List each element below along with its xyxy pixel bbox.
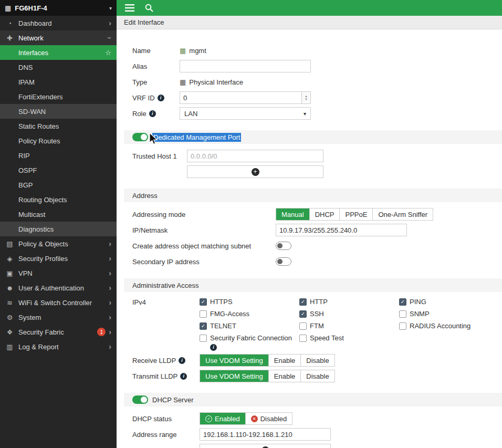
transmit-lldp-enable[interactable]: Enable — [269, 370, 301, 382]
sidebar-item-ipam[interactable]: IPAM — [0, 75, 117, 89]
transmit-lldp-disable[interactable]: Disable — [301, 370, 334, 382]
secondary-ip-row: Secondary IP address — [132, 255, 502, 268]
sidebar-item-label: Log & Report — [18, 343, 59, 351]
sidebar-item-fortiextenders[interactable]: FortiExtenders — [0, 89, 117, 104]
alias-input[interactable] — [180, 60, 311, 72]
addressing-mode-one-arm-sniffer[interactable]: One-Arm Sniffer — [373, 209, 433, 220]
ipv4-label: IPv4 — [132, 298, 146, 306]
transmit-lldp-vdom[interactable]: Use VDOM Setting — [200, 370, 269, 382]
sidebar-item-multicast[interactable]: Multicast — [0, 207, 117, 222]
menu-icon[interactable] — [125, 4, 134, 12]
addressing-mode-pppoe[interactable]: PPPoE — [340, 209, 373, 220]
sidebar-item-policy-objects[interactable]: ▤ Policy & Objects › — [0, 236, 117, 251]
ftm-checkbox[interactable] — [299, 322, 307, 330]
info-icon[interactable]: i — [180, 373, 187, 380]
checkbox-row-security-fabric-connection: Security Fabric Connection i — [200, 334, 299, 351]
security-fabric-connection-checkbox[interactable] — [200, 335, 207, 342]
check-icon: ✓ — [301, 310, 305, 318]
dhcp-status-enabled[interactable]: ✓ Enabled — [200, 413, 246, 424]
sidebar-item-rip[interactable]: RIP — [0, 148, 117, 163]
sidebar-item-label: Security Profiles — [18, 255, 68, 263]
dhcp-server-toggle[interactable] — [132, 395, 148, 404]
fmg-access-checkbox[interactable] — [200, 310, 207, 318]
http-checkbox[interactable]: ✓ — [299, 298, 307, 306]
radius-accounting-checkbox[interactable] — [399, 322, 406, 330]
telnet-checkbox[interactable]: ✓ — [200, 322, 207, 330]
alias-row: Alias — [132, 60, 502, 72]
ping-checkbox[interactable]: ✓ — [399, 298, 406, 306]
sidebar-item-static-routes[interactable]: Static Routes — [0, 119, 117, 133]
secondary-ip-toggle[interactable] — [276, 257, 291, 266]
name-label: Name — [132, 47, 151, 55]
dedicated-mgmt-toggle[interactable] — [132, 133, 148, 141]
snmp-label: SNMP — [410, 310, 430, 318]
create-address-object-label: Create address object matching subnet — [132, 242, 251, 250]
snmp-checkbox[interactable] — [399, 310, 406, 318]
info-icon[interactable]: i — [210, 344, 217, 351]
spin-down-icon[interactable]: ▾ — [305, 98, 307, 101]
addressing-mode-manual[interactable]: Manual — [276, 209, 310, 220]
sidebar-item-network[interactable]: ✚ Network › — [0, 30, 117, 45]
receive-lldp-enable[interactable]: Enable — [269, 355, 301, 366]
sidebar-item-security-fabric[interactable]: ❖ Security Fabric 1 › — [0, 325, 117, 339]
sidebar-item-dns[interactable]: DNS — [0, 60, 117, 75]
info-icon[interactable]: i — [179, 357, 185, 364]
receive-lldp-vdom[interactable]: Use VDOM Setting — [200, 355, 269, 366]
vrf-stepper: ▴ ▾ — [180, 91, 311, 104]
sidebar-item-routing-objects[interactable]: Routing Objects — [0, 192, 117, 207]
addressing-mode-buttons: Manual DHCP PPPoE One-Arm Sniffer — [276, 208, 433, 221]
security-profiles-icon: ◈ — [5, 255, 14, 263]
sidebar-subitem-label: IPAM — [18, 78, 35, 86]
sidebar-subitem-label: Interfaces — [18, 49, 48, 57]
device-selector[interactable]: ▦ FG6H1F-4 ▾ — [0, 0, 117, 16]
notification-badge: 1 — [97, 328, 106, 336]
address-range-input[interactable] — [200, 428, 331, 441]
log-report-icon: ▥ — [5, 343, 14, 351]
sidebar-item-label: Policy & Objects — [18, 240, 68, 248]
ip-netmask-input[interactable] — [276, 224, 407, 236]
sidebar-item-bgp[interactable]: BGP — [0, 178, 117, 192]
dhcp-server-label: DHCP Server — [152, 396, 194, 404]
dhcp-status-disabled[interactable]: ✕ Disabled — [246, 413, 292, 424]
sidebar-item-policy-routes[interactable]: Policy Routes — [0, 133, 117, 148]
sidebar-item-label: Security Fabric — [18, 328, 64, 336]
sidebar-item-sd-wan[interactable]: SD-WAN — [0, 104, 117, 119]
info-icon[interactable]: i — [149, 110, 156, 117]
ssh-checkbox[interactable]: ✓ — [299, 310, 307, 318]
edit-interface-form: Name ▦ mgmt Alias Type ▦ Physical Interf… — [117, 29, 502, 448]
https-checkbox[interactable]: ✓ — [200, 298, 207, 306]
dedicated-mgmt-label: Dedicated Management Port — [152, 133, 241, 142]
page-title: Edit Interface — [124, 18, 164, 26]
vrf-input[interactable] — [180, 94, 301, 102]
role-select[interactable]: LAN ▾ — [180, 107, 311, 120]
sidebar-item-diagnostics[interactable]: Diagnostics — [0, 222, 117, 236]
create-address-object-toggle[interactable] — [276, 242, 291, 250]
add-address-range-button[interactable]: + — [200, 444, 331, 448]
chevron-right-icon: › — [109, 299, 111, 306]
security-fabric-icon: ❖ — [5, 328, 14, 336]
info-icon[interactable]: i — [158, 95, 164, 101]
sidebar-item-dashboard[interactable]: ◔ Dashboard › — [0, 16, 117, 30]
fmg-access-label: FMG-Access — [210, 310, 249, 318]
receive-lldp-disable[interactable]: Disable — [301, 355, 334, 366]
favorite-star-icon[interactable]: ☆ — [105, 49, 111, 57]
interface-name: mgmt — [189, 47, 206, 55]
sidebar-subitem-label: RIP — [18, 152, 30, 160]
search-icon[interactable] — [145, 4, 153, 12]
ip-netmask-row: IP/Netmask — [132, 224, 502, 236]
ftm-label: FTM — [310, 322, 324, 330]
trusted-host-input[interactable] — [187, 150, 323, 162]
add-trusted-host-button[interactable]: + — [187, 165, 323, 178]
sidebar-item-log-report[interactable]: ▥ Log & Report › — [0, 339, 117, 354]
sidebar-item-wifi-switch-controller[interactable]: ≋ WiFi & Switch Controller › — [0, 295, 117, 310]
sidebar-item-vpn[interactable]: ▣ VPN › — [0, 266, 117, 280]
sidebar-item-user-authentication[interactable]: ☻ User & Authentication › — [0, 280, 117, 295]
check-icon: ✓ — [401, 298, 405, 306]
speed-test-checkbox[interactable] — [299, 335, 307, 342]
addressing-mode-dhcp[interactable]: DHCP — [310, 209, 340, 220]
sidebar-item-interfaces[interactable]: Interfaces ☆ — [0, 45, 117, 60]
sidebar-item-system[interactable]: ⚙ System › — [0, 310, 117, 325]
sidebar-item-security-profiles[interactable]: ◈ Security Profiles › — [0, 251, 117, 266]
spinner-buttons[interactable]: ▴ ▾ — [301, 92, 310, 103]
sidebar-item-ospf[interactable]: OSPF — [0, 163, 117, 178]
